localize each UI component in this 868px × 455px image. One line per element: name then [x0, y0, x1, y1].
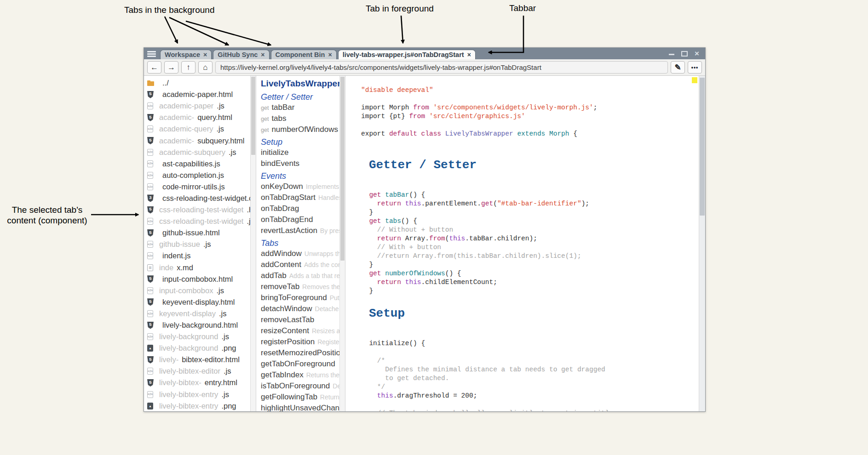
file-list-item[interactable]: </> academic-query.js — [147, 123, 250, 135]
outline-method-item[interactable]: addWindowUnwrapps th — [261, 249, 339, 260]
tab-close-icon[interactable]: × — [203, 51, 207, 58]
tab-close-icon[interactable]: × — [261, 51, 264, 58]
background-tab[interactable]: Component Bin × — [271, 50, 337, 59]
background-tab[interactable]: Workspace × — [160, 50, 212, 59]
outline-panel-scroll-thumb[interactable] — [340, 77, 345, 261]
close-window-icon[interactable]: × — [695, 50, 699, 57]
outline-method-item[interactable]: detachWindowDetache — [261, 304, 339, 315]
file-list-item[interactable]: 5 academic-subquery.html — [147, 135, 250, 146]
outline-method-item[interactable]: gettabBar — [261, 103, 339, 114]
file-type-icon: </> — [147, 102, 156, 110]
file-list-item[interactable]: 5 lively-bibtex-editor.html — [147, 354, 250, 365]
outline-method-name: removeLastTab — [261, 315, 314, 324]
code-scrollbar[interactable] — [699, 76, 705, 411]
file-list-item[interactable]: </> lively-bibtex-editor.js — [147, 365, 250, 377]
file-list-item[interactable]: </> input-combobox.js — [147, 285, 250, 296]
file-name-dim: academic-query — [159, 125, 213, 133]
code-token: () { — [445, 270, 461, 277]
outline-method-item[interactable]: bringToForegroundPut — [261, 293, 339, 304]
outline-panel-scrollbar[interactable] — [339, 76, 345, 411]
outline-method-doc: Returns the — [306, 371, 339, 379]
maximize-icon[interactable] — [681, 51, 688, 57]
outline-method-doc: Unwrapps th — [305, 250, 341, 257]
file-list-item[interactable]: </> academic-paper.js — [147, 100, 250, 112]
outline-method-item[interactable]: gettabs — [261, 114, 339, 125]
outline-category[interactable]: Events — [261, 170, 339, 182]
background-tab[interactable]: GitHub Sync × — [213, 50, 269, 59]
outline-category[interactable]: Tabs — [261, 237, 339, 249]
file-panel-scrollbar[interactable] — [250, 76, 256, 411]
file-list-item[interactable]: ≡ index.md — [147, 262, 250, 273]
arrow-to-foreground-tab — [401, 16, 403, 43]
file-list-item[interactable]: 5 academic-paper.html — [147, 89, 250, 100]
outline-method-item[interactable]: addContentAdds the con — [261, 260, 339, 271]
outline-method-item[interactable]: initialize — [261, 148, 339, 159]
file-list-item[interactable]: </> lively-background.js — [147, 331, 250, 342]
outline-method-item[interactable]: resetMemoziredPositio — [261, 348, 339, 359]
edit-button[interactable]: ✎ — [671, 61, 685, 74]
file-name-dim: inde — [159, 263, 173, 272]
file-list-item[interactable]: 5 github-issue.html — [147, 227, 250, 239]
file-list-item[interactable]: </> indent.js — [147, 250, 250, 262]
foreground-tab[interactable]: lively-tabs-wrapper.js#onTabDragStart × — [338, 50, 476, 59]
outline-method-item[interactable]: addTabAdds a tab that ref — [261, 271, 339, 282]
file-list-item[interactable]: </> css-reloading-test-widget.js — [147, 216, 250, 227]
outline-method-item[interactable]: getnumberOfWindows — [261, 125, 339, 136]
file-list-item[interactable]: ▲ lively-background.png — [147, 342, 250, 354]
url-input[interactable]: https://lively-kernel.org/lively4/lively… — [215, 61, 668, 74]
tab-close-icon[interactable]: × — [467, 51, 471, 58]
forward-button[interactable]: → — [164, 61, 178, 74]
menu-icon[interactable] — [147, 51, 156, 57]
file-list-item[interactable]: 5 keyevent-display.html — [147, 296, 250, 308]
outline-method-item[interactable]: isTabOnForegroundDe — [261, 381, 339, 392]
tabbar: Workspace × GitHub Sync × Component Bin … — [144, 48, 705, 59]
outline-method-item[interactable]: getTabIndexReturns the — [261, 370, 339, 381]
tab-close-icon[interactable]: × — [328, 51, 332, 58]
file-list-item[interactable]: </> keyevent-display.js — [147, 308, 250, 319]
outline-method-item[interactable]: onTabDrag — [261, 204, 339, 215]
file-type-icon: </> — [147, 240, 156, 249]
outline-method-name: detachWindow — [261, 304, 312, 313]
outline-method-item[interactable]: removeTabRemoves the — [261, 282, 339, 293]
file-list-item[interactable]: </> code-mirror-utils.js — [147, 181, 250, 193]
code-scroll-thumb[interactable] — [700, 78, 705, 216]
file-list-item[interactable]: 5 lively-bibtex-entry.html — [147, 377, 250, 388]
outline-method-item[interactable]: removeLastTab — [261, 315, 339, 326]
file-list-item[interactable]: 5 input-combobox.html — [147, 273, 250, 285]
file-list-item[interactable]: </> academic-subquery.js — [147, 147, 250, 158]
outline-method-item[interactable]: onTabDragStartHandles — [261, 193, 339, 204]
file-list-item[interactable]: 5 lively-background.html — [147, 319, 250, 331]
up-button[interactable]: ↑ — [181, 61, 195, 74]
outline-method-item[interactable]: onTabDragEnd — [261, 215, 339, 226]
back-button[interactable]: ← — [147, 61, 161, 74]
file-list-item[interactable]: 3 css-reloading-test-widget.css — [147, 193, 250, 204]
file-list-item[interactable]: </> lively-bibtex-entry.js — [147, 389, 250, 400]
code-blank-line — [361, 148, 705, 156]
home-button[interactable]: ⌂ — [198, 61, 213, 74]
outline-method-item[interactable]: resizeContentResizes a — [261, 326, 339, 337]
tab-label: lively-tabs-wrapper.js#onTabDragStart — [343, 51, 464, 58]
outline-method-item[interactable]: highlightUnsavedChan — [261, 404, 339, 411]
outline-category-label: Events — [261, 171, 286, 181]
file-list-item[interactable]: ../ — [147, 77, 250, 89]
file-list-item[interactable]: ▲ lively-bibtex-entry.png — [147, 400, 250, 411]
outline-method-item[interactable]: bindEvents — [261, 159, 339, 170]
file-list-item[interactable]: </> auto-completion.js — [147, 170, 250, 181]
outline-method-item[interactable]: onKeyDownImplements — [261, 182, 339, 193]
outline-method-item[interactable]: getTabOnForeground — [261, 359, 339, 370]
outline-method-item[interactable]: revertLastActionBy pres — [261, 226, 339, 237]
outline-method-item[interactable]: registerPositionRegiste — [261, 337, 339, 348]
outline-method-item[interactable]: getFollowingTabReturn — [261, 392, 339, 404]
minimize-icon[interactable] — [669, 52, 674, 55]
file-list-item[interactable]: 5 academic-query.html — [147, 112, 250, 123]
more-options-button[interactable]: ••• — [688, 61, 702, 74]
file-list-item[interactable]: </> github-issue.js — [147, 239, 250, 250]
outline-category[interactable]: Setup — [261, 136, 339, 148]
file-list-item[interactable]: </> ast-capabilities.js — [147, 158, 250, 170]
code-token: //return Array.from(this.tabBar.children… — [361, 252, 581, 260]
file-list-item[interactable]: 5 css-reloading-test-widget.html — [147, 204, 250, 216]
code-editor[interactable]: "disable deepeval"import Morph from 'src… — [345, 76, 705, 411]
file-panel-scroll-thumb[interactable] — [251, 77, 255, 155]
outline-category[interactable]: Getter / Setter — [261, 91, 339, 103]
outline-class-title[interactable]: LivelyTabsWrapper — [261, 79, 339, 91]
